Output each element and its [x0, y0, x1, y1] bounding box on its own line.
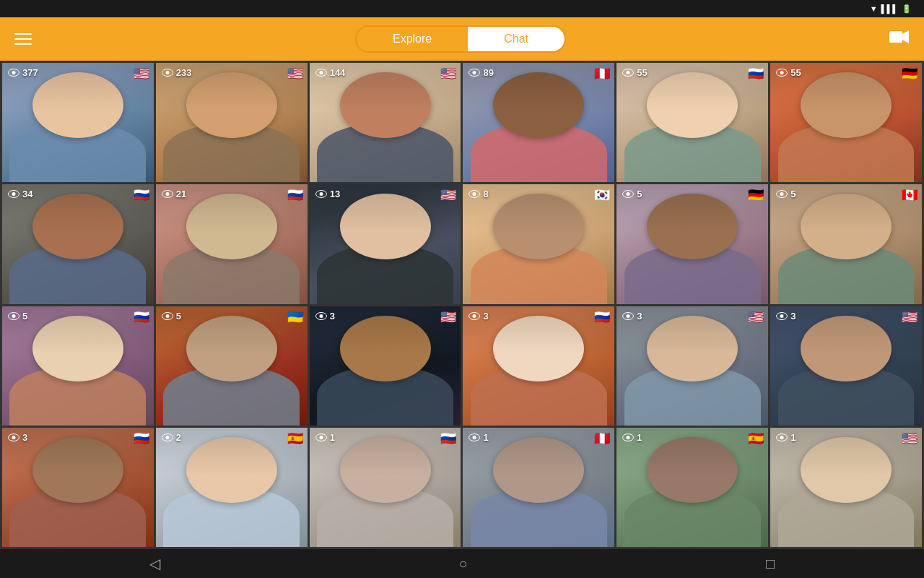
view-count-text: 3 [483, 311, 488, 322]
view-count-text: 1 [483, 432, 488, 443]
cell-overlay [770, 428, 922, 547]
profile-card[interactable]: 89🇵🇪 [463, 63, 614, 182]
profile-card[interactable]: 144🇺🇸 [310, 63, 461, 182]
profile-card[interactable]: 3🇷🇺 [463, 306, 614, 426]
country-flag: 🇺🇸 [440, 311, 456, 324]
profile-card[interactable]: 377🇺🇸 [2, 63, 154, 182]
country-flag: 🇷🇺 [748, 67, 764, 80]
profile-card[interactable]: 55🇩🇪 [770, 63, 922, 182]
profile-card[interactable]: 55🇷🇺 [616, 63, 768, 182]
country-flag: 🇷🇺 [134, 432, 149, 445]
view-count: 3 [468, 311, 488, 322]
cell-overlay [770, 306, 922, 426]
eye-icon [315, 69, 327, 77]
eye-icon [776, 69, 788, 77]
view-count-text: 2 [176, 432, 181, 443]
svg-point-31 [319, 314, 323, 318]
view-count: 144 [315, 67, 346, 78]
hamburger-line-1 [14, 33, 32, 35]
profile-card[interactable]: 3🇷🇺 [2, 428, 154, 547]
view-count: 1 [468, 432, 488, 443]
view-count-text: 8 [483, 189, 488, 199]
nav-bar: Explore Chat [0, 17, 924, 61]
view-count: 3 [315, 311, 335, 322]
eye-icon [8, 312, 19, 320]
country-flag: 🇺🇸 [287, 67, 303, 80]
profile-card[interactable]: 3🇺🇸 [616, 306, 768, 426]
view-count-text: 3 [637, 311, 642, 322]
eye-icon [162, 69, 173, 77]
svg-point-21 [473, 192, 476, 196]
cell-overlay [616, 184, 768, 303]
eye-icon [468, 69, 480, 77]
eye-icon [468, 434, 480, 441]
cell-overlay [616, 63, 768, 182]
svg-rect-0 [889, 31, 902, 43]
profile-card[interactable]: 1🇪🇸 [616, 428, 768, 547]
svg-point-45 [473, 436, 476, 439]
view-count: 55 [622, 67, 647, 78]
cell-overlay [310, 306, 461, 426]
view-count-text: 233 [176, 67, 192, 78]
svg-marker-1 [902, 30, 909, 43]
country-flag: 🇷🇺 [594, 311, 610, 324]
back-icon[interactable]: ◁ [149, 555, 160, 572]
profile-card[interactable]: 1🇵🇪 [463, 428, 614, 547]
cell-overlay [616, 306, 768, 426]
video-call-icon[interactable] [889, 30, 910, 48]
svg-point-37 [780, 314, 784, 318]
cell-overlay [2, 306, 154, 426]
profile-card[interactable]: 1🇷🇺 [310, 428, 461, 547]
svg-point-47 [627, 436, 630, 439]
country-flag: 🇺🇸 [902, 432, 918, 445]
country-flag: 🇺🇸 [902, 311, 918, 324]
profile-card[interactable]: 3🇺🇸 [770, 306, 922, 426]
home-icon[interactable]: ○ [458, 556, 467, 572]
profile-card[interactable]: 233🇺🇸 [156, 63, 308, 182]
svg-point-11 [627, 71, 630, 74]
view-count-text: 21 [176, 189, 186, 199]
cell-overlay [156, 306, 308, 426]
eye-icon [8, 69, 19, 77]
profile-card[interactable]: 5🇨🇦 [770, 184, 922, 303]
profile-card[interactable]: 2🇪🇸 [156, 428, 308, 547]
svg-point-5 [165, 71, 169, 74]
status-icons: ▼ ▌▌▌ 🔋 [870, 4, 915, 14]
tab-explore[interactable]: Explore [357, 27, 468, 51]
svg-point-15 [12, 192, 16, 196]
eye-icon [162, 312, 173, 320]
svg-point-25 [780, 192, 784, 196]
view-count: 55 [776, 67, 801, 78]
country-flag: 🇺🇸 [748, 311, 764, 324]
view-count: 5 [162, 311, 181, 322]
cell-overlay [310, 428, 461, 547]
view-count: 3 [776, 311, 796, 322]
profile-card[interactable]: 5🇷🇺 [2, 306, 154, 426]
view-count: 1 [622, 432, 642, 443]
view-count: 5 [8, 311, 27, 322]
view-count-text: 13 [330, 189, 340, 199]
profile-card[interactable]: 1🇺🇸 [770, 428, 922, 547]
cell-overlay [156, 63, 308, 182]
profile-card[interactable]: 13🇺🇸 [310, 184, 461, 303]
profile-card[interactable]: 34🇷🇺 [2, 184, 154, 303]
view-count: 5 [622, 189, 642, 199]
view-count: 8 [468, 189, 488, 199]
view-count-text: 3 [790, 311, 796, 322]
eye-icon [622, 190, 634, 198]
view-count-text: 1 [330, 432, 335, 443]
hamburger-menu[interactable] [14, 33, 32, 45]
tab-chat[interactable]: Chat [468, 27, 565, 51]
profile-card[interactable]: 21🇷🇺 [156, 184, 308, 303]
cell-overlay [616, 428, 768, 547]
eye-icon [315, 312, 327, 320]
profile-card[interactable]: 8🇰🇷 [463, 184, 614, 303]
profile-card[interactable]: 3🇺🇸 [310, 306, 461, 426]
svg-point-27 [12, 314, 16, 318]
profile-card[interactable]: 5🇺🇦 [156, 306, 308, 426]
view-count: 89 [468, 67, 493, 78]
view-count-text: 89 [483, 67, 493, 78]
svg-point-3 [12, 71, 16, 74]
profile-card[interactable]: 5🇩🇪 [616, 184, 768, 303]
recents-icon[interactable]: □ [766, 556, 775, 572]
